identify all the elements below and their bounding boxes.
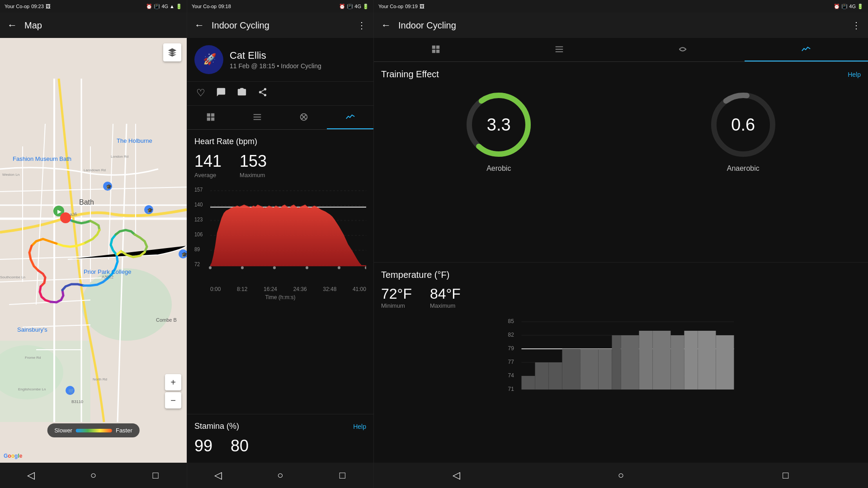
stamina-stats: 99 80 — [194, 436, 366, 455]
nav-home-1[interactable]: ○ — [84, 466, 102, 484]
temp-max-stat: 84°F Maximum — [430, 286, 461, 309]
svg-point-59 — [365, 266, 366, 269]
svg-rect-33 — [207, 113, 210, 117]
svg-point-58 — [338, 266, 340, 269]
map-panel: Your Co-op 09:23 🖼 ⏰ 📳 4G ▲ 🔋 ← Map — [0, 0, 187, 488]
tab-details-2[interactable] — [234, 106, 280, 129]
nav-back-3[interactable]: ◁ — [447, 466, 465, 484]
tab-summary-2[interactable] — [187, 106, 234, 129]
te-title: Training Effect — [381, 69, 439, 80]
hr-chart-x-axis: 0:00 8:12 16:24 24:36 32:48 41:00 — [194, 285, 366, 292]
status-left-3: Your Co-op 09:19 🖼 — [378, 4, 425, 9]
battery-icon-2: 🔋 — [363, 4, 369, 9]
share-button[interactable] — [258, 87, 268, 100]
vibrate-icon-3: 📳 — [841, 4, 848, 9]
svg-text:🚀: 🚀 — [203, 52, 217, 66]
temp-max-value: 84°F — [430, 286, 461, 302]
svg-rect-90 — [612, 335, 621, 389]
svg-rect-87 — [562, 349, 580, 389]
nav-home-2[interactable]: ○ — [271, 466, 289, 484]
app-bar-1: ← Map — [0, 13, 187, 38]
svg-rect-96 — [698, 331, 716, 389]
app-bar-2: ← Indoor Cycling ⋮ — [187, 13, 373, 38]
status-bar-2: Your Co-op 09:18 ⏰ 📳 4G 🔋 — [187, 0, 373, 13]
anaerobic-circle: 0.6 — [707, 89, 779, 161]
svg-rect-12 — [64, 218, 67, 221]
menu-button-2[interactable]: ⋮ — [357, 20, 366, 31]
hr-average-value: 141 — [194, 152, 222, 171]
profile-subtitle: 11 Feb @ 18:15 • Indoor Cycling — [230, 62, 321, 70]
tab-bar-2 — [187, 106, 373, 130]
tab-charts-3[interactable] — [745, 38, 868, 61]
stamina-value-2: 80 — [231, 436, 249, 455]
nav-recent-2[interactable]: □ — [333, 466, 351, 484]
svg-rect-34 — [211, 113, 214, 117]
comment-button[interactable] — [216, 87, 226, 100]
status-left-1: Your Co-op 09:23 🖼 — [5, 4, 51, 9]
stamina-section: Stamina (%) Help 99 80 — [187, 414, 373, 463]
status-right-3: ⏰ 📳 4G 🔋 — [834, 4, 863, 9]
aerobic-label: Aerobic — [486, 164, 511, 173]
tab-details-3[interactable] — [497, 38, 621, 61]
svg-point-55 — [241, 266, 244, 269]
zoom-out-button[interactable]: − — [165, 392, 181, 408]
heart-rate-panel: Your Co-op 09:18 ⏰ 📳 4G 🔋 ← Indoor Cycli… — [187, 0, 373, 488]
slower-label: Slower — [54, 427, 72, 434]
nav-back-2[interactable]: ◁ — [209, 466, 227, 484]
map-controls: + − — [165, 374, 181, 408]
photo-icon: 🖼 — [46, 4, 51, 9]
tab-charts-2[interactable] — [327, 106, 373, 129]
svg-text:71: 71 — [508, 386, 514, 392]
svg-text:Englishcombe Ln: Englishcombe Ln — [18, 387, 46, 391]
zoom-in-button[interactable]: + — [165, 374, 181, 390]
app-title-1: Map — [24, 20, 42, 31]
svg-text:72: 72 — [194, 262, 200, 267]
svg-rect-63 — [436, 50, 439, 53]
nav-recent-1[interactable]: □ — [146, 466, 165, 484]
nav-recent-3[interactable]: □ — [777, 466, 795, 484]
alarm-icon-3: ⏰ — [834, 4, 840, 9]
aerobic-circle-item: 3.3 Aerobic — [462, 89, 535, 173]
te-header: Training Effect Help — [381, 69, 861, 80]
x-label-2: 16:24 — [264, 286, 277, 292]
svg-point-57 — [306, 266, 308, 269]
back-button-3[interactable]: ← — [381, 19, 391, 31]
camera-button[interactable] — [237, 87, 247, 100]
nav-bar-2: ◁ ○ □ — [187, 463, 373, 488]
like-button[interactable]: ♡ — [196, 87, 205, 100]
svg-text:123: 123 — [194, 217, 203, 223]
svg-rect-61 — [436, 46, 439, 49]
tab-segments-3[interactable] — [621, 38, 745, 61]
photo-icon-3: 🖼 — [420, 4, 425, 9]
status-bar-3: Your Co-op 09:19 🖼 ⏰ 📳 4G 🔋 — [374, 0, 868, 13]
tab-summary-3[interactable] — [374, 38, 497, 61]
layer-toggle-button[interactable] — [163, 43, 181, 61]
svg-rect-84 — [522, 376, 535, 389]
menu-button-3[interactable]: ⋮ — [852, 20, 861, 31]
svg-rect-97 — [716, 335, 734, 389]
svg-text:85: 85 — [508, 318, 514, 324]
map-view[interactable]: ▶ A36 A3062 B3110 Englishcombe Ln Lansdo… — [0, 38, 187, 463]
alarm-icon-2: ⏰ — [339, 4, 345, 9]
back-button-2[interactable]: ← — [194, 19, 204, 31]
anaerobic-label: Anaerobic — [727, 164, 760, 173]
nav-back-1[interactable]: ◁ — [22, 466, 40, 484]
svg-point-56 — [273, 266, 276, 269]
back-button-1[interactable]: ← — [7, 19, 17, 31]
svg-rect-88 — [580, 349, 599, 389]
vibrate-icon-2: 📳 — [347, 4, 353, 9]
svg-rect-91 — [621, 335, 639, 389]
stamina-stat-1: 99 — [194, 436, 212, 455]
hr-maximum-stat: 153 Maximum — [240, 152, 267, 178]
stamina-help[interactable]: Help — [353, 423, 366, 430]
nav-home-3[interactable]: ○ — [612, 466, 630, 484]
svg-text:Frome Rd: Frome Rd — [25, 356, 41, 360]
status-bar-1: Your Co-op 09:23 🖼 ⏰ 📳 4G ▲ 🔋 — [0, 0, 187, 13]
tab-segments-2[interactable] — [280, 106, 327, 129]
avatar: 🚀 — [194, 45, 223, 74]
svg-rect-36 — [211, 117, 214, 121]
svg-text:74: 74 — [508, 372, 514, 379]
te-help[interactable]: Help — [848, 71, 861, 78]
battery-icon: 🔋 — [176, 4, 182, 9]
map-svg: ▶ A36 A3062 B3110 Englishcombe Ln Lansdo… — [0, 38, 187, 463]
